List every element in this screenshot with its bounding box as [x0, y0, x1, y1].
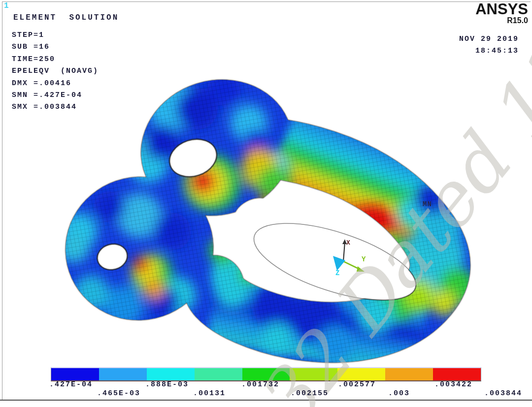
window-border-bottom	[0, 400, 532, 401]
plot-date: NOV 29 2019	[459, 33, 519, 45]
window-border-left	[2, 1, 2, 400]
analysis-time: TIME=250	[12, 54, 99, 65]
legend-color-1	[51, 368, 99, 380]
analysis-substep: SUB =16	[12, 41, 99, 53]
z-axis-label: Z	[335, 269, 339, 277]
legend-label-4: .00131	[193, 389, 226, 398]
plot-number: 1	[4, 1, 9, 10]
analysis-smx: SMX =.003844	[12, 101, 99, 113]
min-location-marker: MN	[423, 200, 432, 208]
legend-color-8	[385, 368, 433, 380]
y-axis-label: Y	[362, 255, 366, 263]
legend-color-4	[195, 368, 242, 380]
legend-label-7: .002577	[338, 380, 376, 389]
analysis-step: STEP=1	[12, 30, 99, 41]
legend-color-3	[147, 368, 195, 380]
legend-color-6	[290, 368, 337, 380]
analysis-dmx: DMX =.00416	[12, 78, 99, 90]
analysis-result-item: EPELEQV (NOAVG)	[12, 65, 99, 77]
legend-color-9	[433, 368, 481, 380]
legend-label-5: .001732	[241, 380, 279, 389]
plot-time: 18:45:13	[459, 45, 519, 57]
window-border-top	[2, 1, 531, 2]
legend-label-max: .003844	[484, 389, 522, 398]
legend-label-3: .888E-03	[145, 380, 189, 389]
ansys-graphics-window: 1 ELEMENT SOLUTION STEP=1 SUB =16 TIME=2…	[0, 0, 532, 407]
ansys-version: R15.0	[475, 17, 528, 24]
legend-label-min: .427E-04	[49, 380, 93, 389]
legend-color-2	[99, 368, 147, 380]
ansys-logo: ANSYS R15.0	[475, 2, 528, 24]
page-title: ELEMENT SOLUTION	[13, 13, 119, 22]
legend-label-6: .002155	[291, 389, 329, 398]
legend-label-2: .465E-03	[97, 389, 140, 398]
legend-label-9: .003422	[434, 380, 472, 389]
ansys-logo-text: ANSYS	[475, 2, 528, 17]
contour-legend-bar	[51, 367, 481, 381]
legend-color-5	[242, 368, 290, 380]
legend-color-7	[337, 368, 385, 380]
legend-label-8: .003	[388, 389, 410, 398]
analysis-info-block: STEP=1 SUB =16 TIME=250 EPELEQV (NOAVG) …	[12, 30, 99, 114]
analysis-smn: SMN =.427E-04	[12, 90, 99, 101]
date-time-block: NOV 29 2019 18:45:13	[459, 33, 519, 57]
x-axis-label: X	[346, 239, 350, 247]
